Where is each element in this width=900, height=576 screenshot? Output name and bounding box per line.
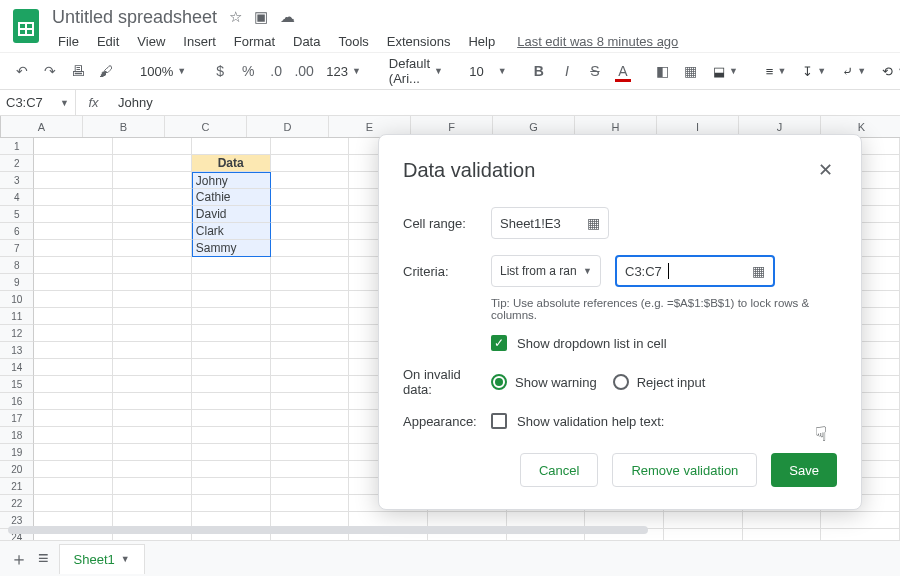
zoom-select[interactable]: 100%▼ [134,58,192,84]
percent-icon[interactable]: % [236,58,260,84]
cell[interactable] [271,427,350,444]
cell[interactable] [271,291,350,308]
grid-select-icon[interactable]: ▦ [587,215,600,231]
cell[interactable] [34,308,113,325]
cell[interactable] [192,427,271,444]
cell[interactable] [743,512,822,529]
row-header[interactable]: 14 [0,359,34,376]
font-family-select[interactable]: Default (Ari...▼ [383,58,449,84]
cell[interactable] [34,274,113,291]
print-icon[interactable]: 🖶 [66,58,90,84]
menu-format[interactable]: Format [228,32,281,51]
col-header[interactable]: D [247,116,329,137]
cell[interactable] [34,223,113,240]
col-header[interactable]: C [165,116,247,137]
cell[interactable] [192,359,271,376]
remove-validation-button[interactable]: Remove validation [612,453,757,487]
star-icon[interactable]: ☆ [229,8,242,26]
cell[interactable] [271,461,350,478]
valign-icon[interactable]: ↧▼ [796,58,832,84]
paint-format-icon[interactable]: 🖌 [94,58,118,84]
cloud-icon[interactable]: ☁ [280,8,295,26]
save-button[interactable]: Save [771,453,837,487]
italic-icon[interactable]: I [555,58,579,84]
cell[interactable] [271,240,350,257]
menu-view[interactable]: View [131,32,171,51]
cell[interactable] [113,308,192,325]
row-header[interactable]: 2 [0,155,34,172]
cell[interactable] [113,495,192,512]
menu-help[interactable]: Help [462,32,501,51]
cell[interactable]: Clark [192,223,271,240]
cell[interactable] [113,291,192,308]
row-header[interactable]: 7 [0,240,34,257]
horizontal-scrollbar[interactable] [8,526,670,536]
cell[interactable] [34,410,113,427]
cell[interactable] [271,444,350,461]
cell[interactable]: Sammy [192,240,271,257]
cell[interactable] [113,393,192,410]
cell[interactable] [113,342,192,359]
menu-insert[interactable]: Insert [177,32,222,51]
cell[interactable] [34,172,113,189]
dec-less-icon[interactable]: .0 [264,58,288,84]
cell[interactable] [34,138,113,155]
cell[interactable] [192,478,271,495]
edit-history-link[interactable]: Last edit was 8 minutes ago [517,34,678,49]
close-icon[interactable]: ✕ [814,155,837,185]
row-header[interactable]: 8 [0,257,34,274]
doc-title[interactable]: Untitled spreadsheet [52,7,217,28]
cell[interactable] [34,444,113,461]
cell[interactable] [192,461,271,478]
undo-icon[interactable]: ↶ [10,58,34,84]
cell[interactable] [113,427,192,444]
cell[interactable] [821,512,900,529]
cell[interactable] [34,291,113,308]
cell[interactable] [113,461,192,478]
cell[interactable] [192,495,271,512]
cell[interactable] [34,342,113,359]
cell[interactable]: David [192,206,271,223]
all-sheets-icon[interactable]: ≡ [38,548,49,569]
row-header[interactable]: 4 [0,189,34,206]
cell[interactable] [34,206,113,223]
cell[interactable] [113,376,192,393]
cell[interactable] [113,478,192,495]
show-help-checkbox[interactable] [491,413,507,429]
cell[interactable] [113,274,192,291]
cell[interactable] [113,138,192,155]
reject-input-radio[interactable] [613,374,629,390]
redo-icon[interactable]: ↷ [38,58,62,84]
cell[interactable] [113,189,192,206]
number-format-select[interactable]: 123▼ [320,58,367,84]
row-header[interactable]: 12 [0,325,34,342]
cell[interactable] [271,138,350,155]
cell[interactable] [271,257,350,274]
cell[interactable]: Johny [192,172,271,189]
cell[interactable] [192,410,271,427]
currency-icon[interactable]: $ [208,58,232,84]
cell[interactable] [271,376,350,393]
move-icon[interactable]: ▣ [254,8,268,26]
cell[interactable] [192,325,271,342]
cell[interactable] [113,223,192,240]
cell[interactable] [113,410,192,427]
cell[interactable] [271,172,350,189]
row-header[interactable]: 13 [0,342,34,359]
cell[interactable] [271,206,350,223]
cell[interactable] [113,155,192,172]
show-dropdown-checkbox[interactable]: ✓ [491,335,507,351]
cell[interactable] [271,342,350,359]
menu-extensions[interactable]: Extensions [381,32,457,51]
row-header[interactable]: 16 [0,393,34,410]
cell[interactable] [34,257,113,274]
cell[interactable] [34,461,113,478]
cell[interactable] [113,172,192,189]
dec-more-icon[interactable]: .00 [292,58,316,84]
criteria-type-select[interactable]: List from a range▼ [491,255,601,287]
menu-data[interactable]: Data [287,32,326,51]
cancel-button[interactable]: Cancel [520,453,598,487]
row-header[interactable]: 20 [0,461,34,478]
bold-icon[interactable]: B [527,58,551,84]
row-header[interactable]: 10 [0,291,34,308]
